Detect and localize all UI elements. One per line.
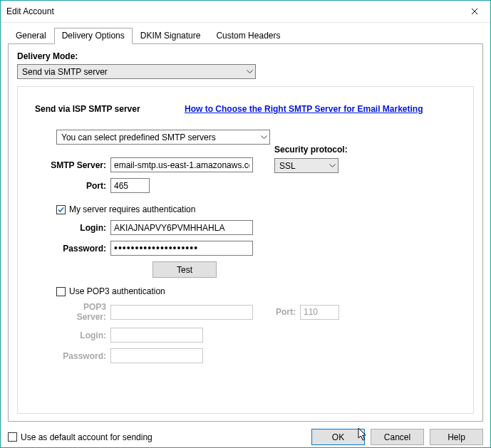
tab-delivery-options[interactable]: Delivery Options	[54, 28, 133, 44]
pop3-server-input	[110, 305, 253, 320]
pop3-password-input	[110, 348, 203, 363]
tab-custom-headers[interactable]: Custom Headers	[208, 28, 288, 43]
default-account-checkbox[interactable]: Use as default account for sending	[8, 432, 153, 442]
pop3-port-input	[300, 305, 339, 320]
chevron-down-icon	[329, 164, 336, 168]
security-protocol-label: Security protocol:	[274, 145, 348, 155]
test-button[interactable]: Test	[153, 261, 217, 278]
pop3-server-label: POP3 Server:	[56, 302, 106, 322]
tabstrip: General Delivery Options DKIM Signature …	[8, 27, 483, 43]
close-button[interactable]	[458, 1, 490, 22]
tab-dkim-signature[interactable]: DKIM Signature	[133, 28, 209, 43]
predefined-smtp-select[interactable]: You can select predefined SMTP servers	[56, 130, 270, 145]
default-account-label: Use as default account for sending	[21, 432, 153, 442]
smtp-heading: Send via ISP SMTP server	[35, 104, 185, 114]
security-protocol-value: SSL	[279, 161, 296, 171]
smtp-port-input[interactable]	[110, 178, 150, 193]
predefined-smtp-value: You can select predefined SMTP servers	[61, 132, 216, 142]
pop3-login-input	[110, 328, 203, 343]
titlebar: Edit Account	[1, 1, 490, 23]
login-label: Login:	[56, 223, 106, 233]
close-icon	[471, 8, 478, 15]
pop3-auth-label: Use POP3 authentication	[69, 286, 165, 296]
dialog-body: General Delivery Options DKIM Signature …	[1, 23, 490, 422]
smtp-help-link[interactable]: How to Choose the Right SMTP Server for …	[185, 104, 423, 114]
smtp-group: Send via ISP SMTP server How to Choose t…	[17, 86, 474, 414]
pop3-port-label: Port:	[253, 307, 296, 317]
pop3-auth-checkbox[interactable]: Use POP3 authentication	[56, 286, 165, 296]
smtp-server-input[interactable]	[110, 157, 253, 172]
delivery-mode-value: Send via SMTP server	[22, 67, 108, 77]
chevron-down-icon	[261, 135, 267, 140]
window-title: Edit Account	[6, 6, 54, 16]
auth-required-label: My server requires authentication	[69, 204, 195, 214]
smtp-port-label: Port:	[35, 181, 106, 191]
tabpage-delivery-options: Delivery Mode: Send via SMTP server Send…	[8, 43, 483, 422]
cancel-button[interactable]: Cancel	[371, 429, 424, 445]
auth-required-checkbox[interactable]: My server requires authentication	[56, 204, 195, 214]
checkbox-box	[56, 205, 66, 214]
dialog-footer: Use as default account for sending OK Ca…	[1, 422, 490, 448]
security-protocol-select[interactable]: SSL	[274, 158, 338, 173]
smtp-server-label: SMTP Server:	[35, 160, 106, 170]
pop3-login-label: Login:	[56, 330, 106, 340]
tab-general[interactable]: General	[8, 28, 54, 43]
chevron-down-icon	[247, 70, 253, 74]
delivery-mode-label: Delivery Mode:	[17, 51, 474, 61]
delivery-mode-select[interactable]: Send via SMTP server	[17, 64, 256, 79]
checkbox-box	[56, 287, 66, 296]
edit-account-window: Edit Account General Delivery Options DK…	[0, 0, 491, 448]
pop3-password-label: Password:	[56, 351, 106, 361]
password-label: Password:	[56, 244, 106, 254]
ok-button[interactable]: OK	[311, 429, 365, 445]
help-button[interactable]: Help	[430, 429, 483, 445]
login-input[interactable]	[110, 220, 253, 235]
checkbox-box	[8, 432, 17, 442]
password-input[interactable]	[110, 241, 253, 256]
